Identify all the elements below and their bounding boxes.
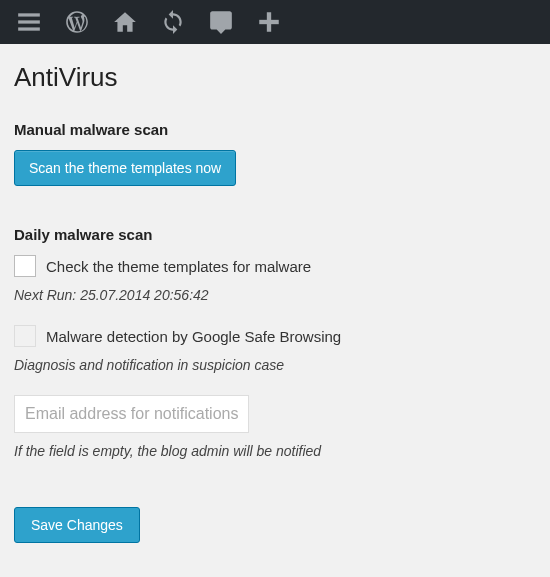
safe-browsing-row: Malware detection by Google Safe Browsin…: [14, 325, 536, 347]
manual-scan-section: Manual malware scan Scan the theme templ…: [14, 121, 536, 186]
svg-rect-4: [259, 20, 279, 24]
scan-now-button[interactable]: Scan the theme templates now: [14, 150, 236, 186]
safe-browsing-checkbox[interactable]: [14, 325, 36, 347]
comment-icon[interactable]: [200, 0, 242, 44]
home-icon[interactable]: [104, 0, 146, 44]
menu-icon[interactable]: [8, 0, 50, 44]
svg-rect-2: [18, 27, 40, 30]
check-templates-checkbox[interactable]: [14, 255, 36, 277]
safe-browsing-label: Malware detection by Google Safe Browsin…: [46, 328, 341, 345]
admin-toolbar: [0, 0, 550, 44]
plus-icon[interactable]: [248, 0, 290, 44]
wordpress-icon[interactable]: [56, 0, 98, 44]
diagnosis-helper: Diagnosis and notification in suspicion …: [14, 357, 536, 373]
manual-scan-heading: Manual malware scan: [14, 121, 536, 138]
check-templates-row: Check the theme templates for malware: [14, 255, 536, 277]
check-templates-label: Check the theme templates for malware: [46, 258, 311, 275]
page-title: AntiVirus: [14, 62, 536, 93]
email-helper: If the field is empty, the blog admin wi…: [14, 443, 536, 459]
daily-scan-heading: Daily malware scan: [14, 226, 536, 243]
svg-rect-0: [18, 13, 40, 16]
daily-scan-section: Daily malware scan Check the theme templ…: [14, 226, 536, 543]
page-content: AntiVirus Manual malware scan Scan the t…: [0, 44, 550, 561]
notification-email-input[interactable]: [14, 395, 249, 433]
svg-rect-1: [18, 20, 40, 23]
save-changes-button[interactable]: Save Changes: [14, 507, 140, 543]
next-run-text: Next Run: 25.07.2014 20:56:42: [14, 287, 536, 303]
refresh-icon[interactable]: [152, 0, 194, 44]
